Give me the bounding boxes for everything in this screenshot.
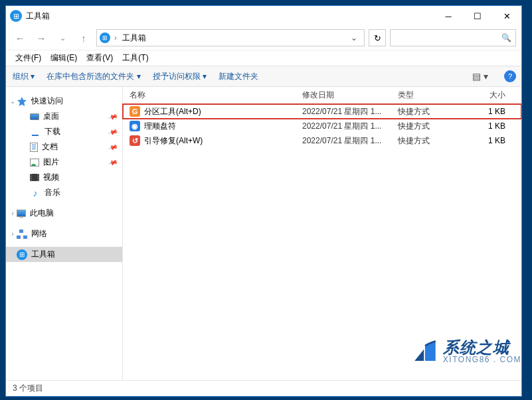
star-icon: [17, 96, 27, 107]
navigation-pane: ⌄ 快速访问 桌面 📌 下载 📌 文档 📌: [6, 87, 123, 380]
command-bar: 组织 ▾ 在库中包含所选的文件夹 ▾ 授予访问权限 ▾ 新建文件夹 ▤ ▾ ?: [6, 66, 521, 87]
app-icon: ⊞: [10, 10, 22, 22]
body-area: ⌄ 快速访问 桌面 📌 下载 📌 文档 📌: [6, 87, 521, 380]
watermark-url: XITONG86 . COM: [443, 356, 521, 364]
nav-forward-button: →: [33, 29, 50, 46]
column-headers: 名称 修改日期 类型 大小: [123, 87, 521, 104]
menu-edit[interactable]: 编辑(E): [46, 50, 81, 66]
sidebar-item-label: 此电脑: [30, 208, 54, 219]
sidebar-item-label: 工具箱: [31, 249, 55, 260]
file-date: 2022/07/21 星期四 1...: [296, 106, 391, 117]
sidebar-item-label: 文档: [42, 141, 58, 153]
computer-icon: [17, 210, 26, 217]
watermark-title: 系统之城: [443, 339, 521, 356]
sidebar-item-label: 网络: [31, 228, 47, 239]
watermark-logo-icon: [411, 338, 439, 366]
close-button[interactable]: ✕: [492, 6, 521, 26]
nav-recent-button[interactable]: ⌄: [54, 29, 71, 46]
video-icon: [30, 174, 39, 181]
sidebar-quick-access[interactable]: ⌄ 快速访问: [6, 94, 122, 109]
file-size: 1 KB: [467, 121, 512, 131]
sidebar-documents[interactable]: 文档 📌: [6, 139, 122, 155]
pin-icon: 📌: [108, 127, 118, 137]
menu-view[interactable]: 查看(V): [82, 50, 117, 66]
title-bar: ⊞ 工具箱 ─ ☐ ✕: [6, 6, 521, 26]
file-name: 分区工具(Alt+D): [144, 106, 201, 117]
file-date: 2022/07/21 星期四 1...: [296, 135, 391, 147]
location-icon: ⊞: [100, 33, 110, 43]
file-icon: ↺: [130, 135, 140, 146]
sidebar-item-label: 音乐: [44, 187, 60, 198]
file-name: 理顺盘符: [144, 121, 176, 132]
breadcrumb[interactable]: 工具箱: [121, 33, 147, 44]
chevron-right-icon: ›: [9, 210, 17, 217]
file-name: 引导修复(Alt+W): [144, 135, 203, 147]
menu-tools[interactable]: 工具(T): [118, 50, 152, 66]
download-icon: [30, 127, 41, 137]
view-options-button[interactable]: ▤ ▾: [472, 71, 488, 82]
sidebar-item-label: 视频: [43, 172, 59, 183]
nav-up-button[interactable]: ↑: [75, 29, 92, 46]
file-row[interactable]: G分区工具(Alt+D)2022/07/21 星期四 1...快捷方式1 KB: [123, 104, 521, 119]
file-list-pane: 名称 修改日期 类型 大小 G分区工具(Alt+D)2022/07/21 星期四…: [123, 87, 521, 380]
chevron-down-icon: ⌄: [9, 98, 17, 105]
status-text: 3 个项目: [13, 383, 43, 394]
document-icon: [30, 143, 38, 152]
pin-icon: 📌: [108, 111, 118, 122]
file-row[interactable]: ↺引导修复(Alt+W)2022/07/21 星期四 1...快捷方式1 KB: [123, 133, 521, 148]
monitor-icon: [30, 113, 39, 120]
sidebar-toolbox[interactable]: ⊞ 工具箱: [6, 247, 122, 262]
sidebar-music[interactable]: ♪ 音乐: [6, 185, 122, 200]
menu-bar: 文件(F) 编辑(E) 查看(V) 工具(T): [6, 50, 521, 66]
file-type: 快捷方式: [391, 121, 467, 132]
col-name[interactable]: 名称: [123, 90, 296, 101]
toolbox-icon: ⊞: [17, 249, 27, 260]
search-icon: 🔍: [501, 33, 511, 42]
refresh-button[interactable]: ↻: [369, 29, 386, 46]
col-size[interactable]: 大小: [467, 90, 512, 101]
address-field[interactable]: ⊞ › 工具箱 ⌄: [96, 29, 365, 46]
file-icon: ◉: [130, 121, 140, 131]
cmd-include-library[interactable]: 在库中包含所选的文件夹 ▾: [45, 68, 141, 85]
sidebar-this-pc[interactable]: › 此电脑: [6, 206, 122, 221]
picture-icon: [30, 159, 39, 167]
chevron-right-icon: ›: [9, 230, 17, 237]
cmd-organize[interactable]: 组织 ▾: [11, 68, 36, 85]
sidebar-item-label: 桌面: [43, 111, 59, 122]
music-icon: ♪: [30, 188, 41, 198]
sidebar-videos[interactable]: 视频: [6, 170, 122, 185]
cmd-grant-access[interactable]: 授予访问权限 ▾: [151, 68, 208, 85]
search-input[interactable]: 🔍: [390, 29, 516, 46]
address-bar-row: ← → ⌄ ↑ ⊞ › 工具箱 ⌄ ↻ 🔍: [6, 26, 521, 50]
chevron-right-icon: ›: [113, 33, 118, 42]
nav-back-button: ←: [11, 29, 29, 46]
file-date: 2022/07/21 星期四 1...: [296, 121, 391, 132]
sidebar-network[interactable]: › 网络: [6, 226, 122, 241]
sidebar-item-label: 图片: [43, 157, 59, 168]
watermark: 系统之城 XITONG86 . COM: [411, 338, 521, 366]
sidebar-downloads[interactable]: 下载 📌: [6, 124, 122, 139]
file-icon: G: [130, 106, 140, 117]
sidebar-item-label: 下载: [44, 126, 60, 137]
help-button[interactable]: ?: [504, 70, 516, 82]
network-icon: [17, 230, 27, 239]
explorer-window: ⊞ 工具箱 ─ ☐ ✕ ← → ⌄ ↑ ⊞ › 工具箱 ⌄ ↻ 🔍 文件(F) …: [5, 5, 522, 397]
col-type[interactable]: 类型: [391, 90, 467, 101]
window-controls: ─ ☐ ✕: [434, 6, 521, 26]
cmd-new-folder[interactable]: 新建文件夹: [217, 68, 260, 85]
sidebar-item-label: 快速访问: [31, 96, 63, 107]
maximize-button[interactable]: ☐: [463, 6, 492, 26]
file-size: 1 KB: [467, 136, 512, 145]
sidebar-pictures[interactable]: 图片 📌: [6, 155, 122, 170]
pin-icon: 📌: [108, 142, 118, 153]
sidebar-desktop[interactable]: 桌面 📌: [6, 109, 122, 124]
status-bar: 3 个项目: [6, 380, 521, 396]
file-row[interactable]: ◉理顺盘符2022/07/21 星期四 1...快捷方式1 KB: [123, 119, 521, 133]
window-title: 工具箱: [26, 11, 434, 22]
file-rows: G分区工具(Alt+D)2022/07/21 星期四 1...快捷方式1 KB◉…: [123, 104, 521, 148]
file-type: 快捷方式: [391, 106, 467, 117]
minimize-button[interactable]: ─: [434, 6, 463, 26]
menu-file[interactable]: 文件(F): [11, 50, 45, 66]
col-date[interactable]: 修改日期: [296, 90, 391, 101]
address-dropdown-button[interactable]: ⌄: [347, 33, 361, 42]
